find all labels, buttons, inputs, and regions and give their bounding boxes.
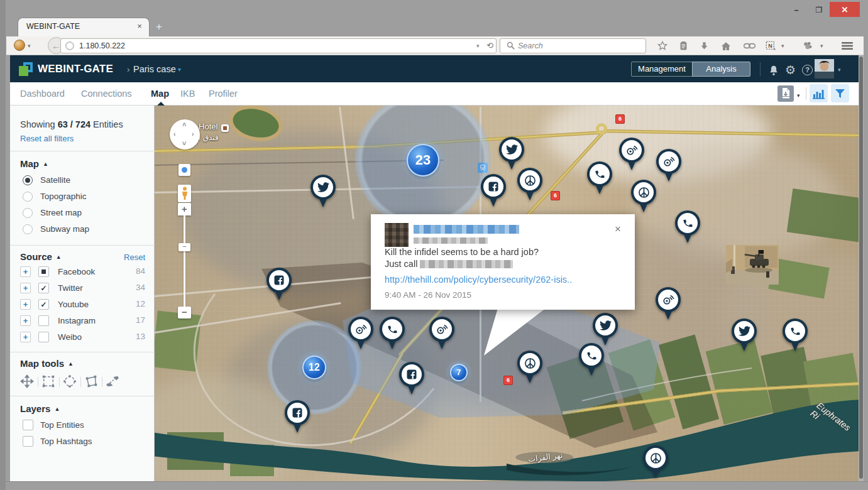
bell-icon[interactable] bbox=[768, 64, 781, 77]
expand-instagram-button[interactable]: + bbox=[20, 315, 31, 326]
map-pin-weibo[interactable] bbox=[619, 138, 644, 172]
tab-close-icon[interactable]: × bbox=[135, 21, 145, 31]
pan-up-icon[interactable]: ˄ bbox=[182, 121, 186, 128]
window-maximize-button[interactable]: ❐ bbox=[810, 4, 828, 16]
help-icon[interactable]: ? bbox=[802, 65, 813, 75]
map-pin-twitter[interactable] bbox=[732, 318, 757, 352]
checkbox-top-entities[interactable] bbox=[23, 420, 33, 430]
layers-section-header[interactable]: Layers▲ bbox=[20, 403, 60, 414]
zoom-out-button[interactable]: − bbox=[178, 307, 191, 318]
map-pin-phone[interactable] bbox=[675, 210, 700, 244]
cluster-badge-23[interactable]: 23 bbox=[407, 144, 439, 177]
map-pin-facebook[interactable] bbox=[285, 400, 310, 434]
source-section-header[interactable]: Source▲ bbox=[20, 251, 62, 262]
checkbox-youtube[interactable]: ✓ bbox=[38, 299, 49, 310]
tab-ikb[interactable]: IKB bbox=[180, 89, 195, 99]
popup-close-icon[interactable]: × bbox=[615, 223, 621, 236]
map-pin-phone[interactable] bbox=[783, 318, 808, 352]
tool-pan-button[interactable] bbox=[20, 374, 35, 389]
map-pin-weibo[interactable] bbox=[656, 149, 681, 183]
map-canvas[interactable]: an Hotel فندق الف نهر الفرات Euphrates R… bbox=[155, 106, 859, 481]
chevron-down-icon[interactable]: ▾ bbox=[838, 67, 841, 73]
map-pan-control[interactable]: ˄ ˅ ‹ › bbox=[170, 119, 200, 150]
link-icon[interactable] bbox=[742, 38, 757, 53]
radio-street-map[interactable] bbox=[23, 208, 33, 218]
star-icon[interactable] bbox=[655, 38, 670, 53]
map-tools-section-header[interactable]: Map tools▲ bbox=[20, 358, 74, 369]
gear-icon[interactable]: ⚙ bbox=[785, 63, 798, 75]
chevron-down-icon[interactable]: ▾ bbox=[178, 66, 181, 73]
zoom-slider-handle[interactable]: − bbox=[179, 243, 190, 251]
home-icon[interactable] bbox=[718, 38, 733, 53]
window-minimize-button[interactable]: – bbox=[787, 4, 806, 16]
menu-icon[interactable] bbox=[840, 38, 855, 53]
browser-app-icon[interactable] bbox=[14, 40, 25, 51]
user-avatar[interactable] bbox=[815, 59, 834, 79]
map-pin-twitter[interactable] bbox=[310, 175, 336, 209]
tool-route-button[interactable] bbox=[106, 374, 121, 389]
reload-icon[interactable]: ⟲ bbox=[486, 41, 493, 50]
map-pin-twitter[interactable] bbox=[593, 313, 618, 347]
tab-connections[interactable]: Connections bbox=[81, 89, 132, 99]
chart-view-button[interactable] bbox=[810, 84, 828, 102]
chevron-down-icon[interactable]: ▾ bbox=[781, 43, 784, 49]
map-pin-facebook[interactable] bbox=[481, 174, 506, 208]
checkbox-weibo[interactable] bbox=[38, 332, 49, 342]
tab-profiler[interactable]: Profiler bbox=[209, 89, 238, 99]
management-button[interactable]: Management bbox=[631, 62, 693, 77]
expand-youtube-button[interactable]: + bbox=[20, 299, 31, 310]
default-view-button[interactable] bbox=[179, 164, 190, 176]
map-pin-facebook[interactable] bbox=[399, 362, 424, 396]
pan-down-icon[interactable]: ˅ bbox=[182, 139, 186, 147]
scrollbar-thumb[interactable] bbox=[859, 57, 863, 479]
cluster-badge-7[interactable]: 7 bbox=[450, 364, 468, 381]
new-tab-button[interactable]: + bbox=[156, 21, 162, 33]
map-pin-weibo[interactable] bbox=[429, 317, 454, 351]
export-button[interactable] bbox=[777, 85, 794, 102]
tab-dashboard[interactable]: Dashboard bbox=[20, 89, 65, 99]
map-pin-phone[interactable] bbox=[380, 317, 405, 351]
zoom-in-button[interactable]: + bbox=[178, 203, 191, 215]
chevron-down-icon[interactable]: ▾ bbox=[28, 43, 31, 49]
radio-satellite[interactable] bbox=[23, 175, 33, 185]
map-section-header[interactable]: Map▲ bbox=[20, 158, 48, 169]
map-pin-peace[interactable] bbox=[517, 168, 542, 202]
checkbox-facebook[interactable] bbox=[38, 266, 49, 277]
window-titlebar[interactable] bbox=[0, 0, 868, 17]
map-pin-peace[interactable] bbox=[631, 180, 656, 214]
radio-topographic[interactable] bbox=[23, 192, 33, 202]
window-close-button[interactable]: ✕ bbox=[830, 2, 860, 18]
analysis-button[interactable]: Analysis bbox=[692, 62, 750, 77]
radio-subway-map[interactable] bbox=[23, 224, 33, 234]
chevron-down-icon[interactable]: ▾ bbox=[820, 43, 823, 49]
pan-right-icon[interactable]: › bbox=[192, 130, 194, 138]
map-pin-peace[interactable] bbox=[643, 445, 668, 479]
popup-avatar-redacted[interactable] bbox=[385, 223, 409, 247]
popup-media-thumbnail[interactable] bbox=[726, 245, 779, 285]
reset-all-filters-link[interactable]: Reset all filters bbox=[20, 134, 74, 143]
map-pin-weibo[interactable] bbox=[656, 287, 681, 321]
url-dropdown-icon[interactable]: ▾ bbox=[476, 43, 480, 49]
popup-author-name-redacted[interactable] bbox=[414, 225, 519, 234]
tab-map[interactable]: Map bbox=[151, 89, 169, 99]
filter-button[interactable] bbox=[831, 84, 849, 102]
url-text[interactable]: 1.180.50.222 bbox=[79, 41, 125, 50]
map-pin-facebook[interactable] bbox=[266, 268, 292, 302]
popup-link[interactable]: http://thehill.com/policy/cybersecurity/… bbox=[385, 275, 572, 285]
expand-weibo-button[interactable]: + bbox=[20, 332, 31, 342]
chevron-down-icon[interactable]: ▾ bbox=[797, 92, 800, 99]
addon-icon[interactable] bbox=[800, 38, 815, 53]
zoom-slider-track[interactable] bbox=[184, 215, 185, 308]
checkbox-instagram[interactable] bbox=[38, 315, 49, 326]
checkbox-twitter[interactable]: ✓ bbox=[38, 283, 49, 293]
cluster-badge-12[interactable]: 12 bbox=[302, 356, 326, 379]
map-pin-peace[interactable] bbox=[517, 351, 542, 384]
url-bar[interactable] bbox=[60, 38, 497, 53]
tool-rect-select-button[interactable] bbox=[41, 374, 57, 389]
breadcrumb-case[interactable]: Paris case bbox=[133, 64, 176, 74]
map-pin-phone[interactable] bbox=[587, 161, 612, 195]
download-icon[interactable] bbox=[696, 38, 711, 53]
map-pin-twitter[interactable] bbox=[499, 137, 524, 171]
onenote-icon[interactable]: N+ bbox=[763, 38, 778, 53]
pegman-streetview-control[interactable] bbox=[178, 185, 191, 202]
